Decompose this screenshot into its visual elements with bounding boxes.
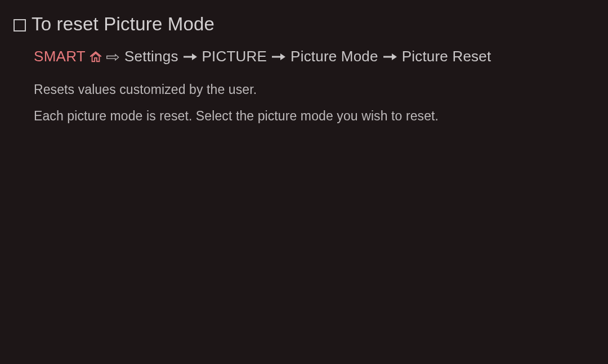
arrow-hollow-icon: ⇨ [106, 50, 120, 64]
arrow-right-icon [184, 53, 197, 61]
arrow-right-icon [383, 53, 397, 61]
breadcrumb-item: Settings [124, 48, 178, 65]
section-bullet-icon [14, 19, 26, 32]
body-line-2: Each picture mode is reset. Select the p… [34, 109, 439, 124]
home-icon [90, 51, 102, 63]
body-line-1: Resets values customized by the user. [34, 82, 257, 97]
arrow-right-icon [272, 53, 285, 61]
breadcrumb-item: Picture Reset [402, 48, 491, 65]
breadcrumb-smart-label: SMART [34, 48, 86, 65]
page-title-row: To reset Picture Mode [14, 14, 214, 35]
breadcrumb: SMART ⇨ Settings PICTURE Picture Mode Pi… [34, 48, 491, 65]
breadcrumb-item: Picture Mode [290, 48, 378, 65]
page-title: To reset Picture Mode [32, 14, 214, 35]
breadcrumb-item: PICTURE [202, 48, 267, 65]
manual-page: To reset Picture Mode SMART ⇨ Settings P… [0, 0, 608, 364]
